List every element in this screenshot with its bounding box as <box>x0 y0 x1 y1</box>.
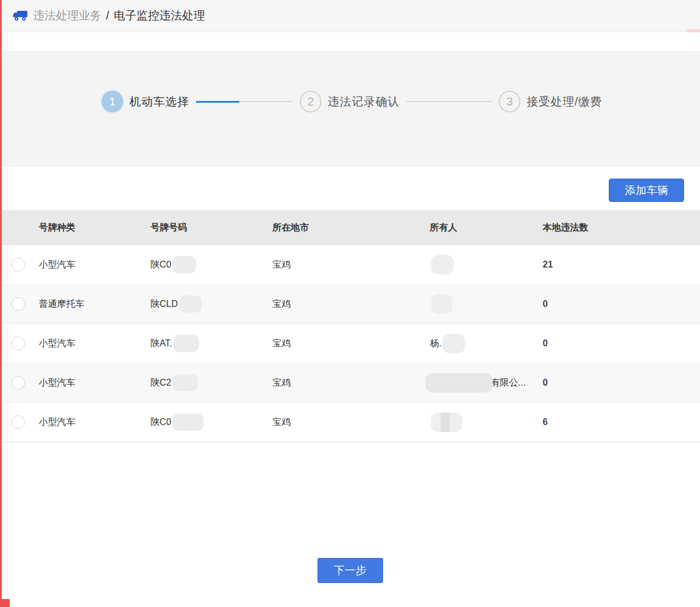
row-radio[interactable] <box>11 415 25 429</box>
row-radio[interactable] <box>11 258 25 272</box>
cell-plate-number: 陕CLD <box>150 296 272 313</box>
cell-violations: 0 <box>543 338 700 349</box>
breadcrumb-section[interactable]: 违法处理业务 <box>33 8 101 23</box>
cell-owner <box>430 294 543 314</box>
table-header-row: 号牌种类 号牌号码 所在地市 所有人 本地违法数 <box>0 210 700 245</box>
redacted-plate <box>172 256 196 273</box>
table-toolbar: 添加车辆 <box>0 167 700 202</box>
scrollbar-artifact <box>686 29 700 33</box>
cell-owner <box>430 412 543 432</box>
stepper-panel: 1 机动车选择 2 违法记录确认 3 接受处理/缴费 <box>0 51 700 167</box>
cell-plate-type: 小型汽车 <box>39 416 150 428</box>
step-1-label: 机动车选择 <box>129 94 189 110</box>
redacted-owner <box>431 255 454 274</box>
cell-plate-type: 小型汽车 <box>39 338 150 350</box>
cell-violations: 0 <box>543 299 700 309</box>
cell-violations: 0 <box>543 378 700 388</box>
cell-owner: 有限公... <box>430 373 543 392</box>
window-edge-accent <box>0 0 2 607</box>
owner-prefix: 杨. <box>430 338 441 350</box>
redacted-plate <box>172 374 198 391</box>
step-1-circle: 1 <box>101 91 123 112</box>
redacted-owner <box>442 334 465 353</box>
cell-plate-type: 小型汽车 <box>39 377 150 389</box>
redacted-owner <box>425 373 493 392</box>
breadcrumb-separator: / <box>106 9 109 22</box>
next-step-button[interactable]: 下一步 <box>318 558 383 583</box>
cell-plate-number: 陕C0 <box>150 414 272 431</box>
footer: 下一步 <box>0 558 700 583</box>
row-radio[interactable] <box>11 376 25 390</box>
step-2-label: 违法记录确认 <box>328 94 400 110</box>
cell-plate-number: 陕AT. <box>150 335 272 352</box>
row-radio[interactable] <box>11 297 25 311</box>
plate-prefix: 陕C0 <box>150 416 171 428</box>
plate-prefix: 陕C2 <box>150 377 171 389</box>
vehicle-table: 号牌种类 号牌号码 所在地市 所有人 本地违法数 小型汽车 陕C0 宝鸡 21 … <box>0 210 700 442</box>
cell-city: 宝鸡 <box>272 298 430 310</box>
cell-city: 宝鸡 <box>272 259 430 271</box>
plate-prefix: 陕AT. <box>150 338 172 350</box>
breadcrumb: 违法处理业务 / 电子监控违法处理 <box>0 0 700 32</box>
cell-plate-type: 普通摩托车 <box>39 298 150 310</box>
redacted-plate <box>173 335 199 352</box>
add-vehicle-button[interactable]: 添加车辆 <box>609 179 684 202</box>
plate-prefix: 陕CLD <box>150 298 178 310</box>
cell-owner <box>430 255 543 274</box>
step-3-label: 接受处理/缴费 <box>527 94 603 110</box>
stepper: 1 机动车选择 2 违法记录确认 3 接受处理/缴费 <box>101 91 700 112</box>
cell-city: 宝鸡 <box>272 377 430 389</box>
redacted-plate <box>179 296 202 313</box>
table-row[interactable]: 小型汽车 陕C2 宝鸡 有限公... 0 <box>0 363 700 403</box>
step-connector-2 <box>406 101 492 102</box>
truck-icon <box>13 10 28 22</box>
step-3-circle: 3 <box>499 91 520 112</box>
table-row[interactable]: 普通摩托车 陕CLD 宝鸡 0 <box>0 285 700 324</box>
cell-plate-type: 小型汽车 <box>39 259 150 271</box>
redacted-owner <box>431 412 462 432</box>
breadcrumb-current: 电子监控违法处理 <box>114 8 205 23</box>
cell-violations: 6 <box>543 417 700 427</box>
table-row[interactable]: 小型汽车 陕AT. 宝鸡 杨. 0 <box>0 324 700 363</box>
header-city: 所在地市 <box>272 222 430 234</box>
owner-suffix: 有限公... <box>491 377 526 389</box>
redacted-plate <box>172 414 204 431</box>
table-row[interactable]: 小型汽车 陕C0 宝鸡 21 <box>0 245 700 285</box>
cell-city: 宝鸡 <box>272 338 430 350</box>
window-corner-accent <box>0 599 10 607</box>
header-plate-number: 号牌号码 <box>150 222 272 234</box>
cell-violations: 21 <box>543 260 700 270</box>
redacted-owner <box>431 294 453 314</box>
cell-owner: 杨. <box>430 334 543 353</box>
plate-prefix: 陕C0 <box>150 259 171 271</box>
cell-plate-number: 陕C2 <box>150 374 272 391</box>
row-radio[interactable] <box>11 337 25 350</box>
step-2-circle: 2 <box>300 91 321 112</box>
cell-city: 宝鸡 <box>272 416 430 428</box>
header-owner: 所有人 <box>430 222 543 234</box>
table-row[interactable]: 小型汽车 陕C0 宝鸡 6 <box>0 403 700 442</box>
step-connector-1 <box>196 101 293 103</box>
cell-plate-number: 陕C0 <box>150 256 272 273</box>
header-plate-type: 号牌种类 <box>39 222 150 234</box>
header-violations: 本地违法数 <box>543 222 700 234</box>
